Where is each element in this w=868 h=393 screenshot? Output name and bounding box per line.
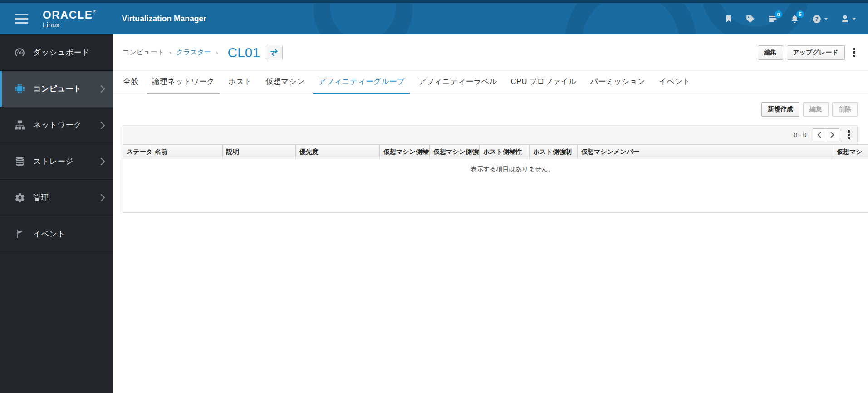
logo-oracle-text: ORACLE® (43, 10, 96, 20)
user-glyph (840, 14, 850, 24)
column-header-10[interactable]: 仮想マシ (833, 145, 868, 159)
column-header-4[interactable]: 優先度 (296, 145, 380, 159)
column-header-5[interactable]: 仮想マシン側極性 (380, 145, 430, 159)
chevron-down-icon (852, 18, 856, 20)
chevron-down-icon (824, 18, 828, 20)
column-header-7[interactable]: ホスト側極性 (480, 145, 530, 159)
switch-entity-button[interactable] (266, 45, 283, 60)
compute-icon (14, 83, 26, 94)
column-header-8[interactable]: ホスト側強制 (530, 145, 578, 159)
kebab-dot (848, 134, 850, 136)
help-glyph: ? (812, 14, 822, 24)
sidebar-item-events[interactable]: イベント (0, 216, 113, 252)
tags-icon[interactable] (745, 14, 755, 24)
tab-virtual-machines[interactable]: 仮想マシン (260, 76, 309, 94)
breadcrumb-links: コンピュート › クラスター › (123, 48, 223, 57)
sidebar-item-label: ストレージ (33, 156, 74, 167)
delete-affinity-group-button[interactable]: 削除 (832, 102, 858, 117)
swap-arrows-icon (270, 49, 279, 56)
table-header-row: ステータス名前説明優先度仮想マシン側極性仮想マシン側強制ホスト側極性ホスト側強制… (123, 145, 868, 159)
tab-cpu-profiles[interactable]: CPU プロファイル (506, 76, 582, 94)
tasks-icon[interactable]: 0 (768, 14, 778, 24)
chevron-left-icon (817, 132, 821, 138)
dashboard-icon (14, 47, 26, 58)
sidebar-item-storage[interactable]: ストレージ (0, 143, 113, 180)
network-icon (14, 119, 26, 131)
logo-registered-mark: ® (93, 10, 97, 14)
bookmark-icon[interactable] (724, 14, 733, 24)
edit-affinity-group-button[interactable]: 編集 (803, 102, 829, 117)
header-decoration-circle (565, 0, 696, 34)
hamburger-bar (15, 18, 28, 20)
top-navbar: ORACLE® Linux Virtualization Manager (0, 0, 868, 34)
breadcrumb-link-compute[interactable]: コンピュート (123, 48, 164, 57)
tags-glyph (745, 14, 755, 24)
empty-table-message: 表示する項目はありません。 (123, 159, 868, 213)
breadcrumb-separator: › (216, 49, 218, 56)
svg-text:?: ? (815, 16, 819, 22)
help-icon[interactable]: ? (812, 14, 828, 24)
edit-button[interactable]: 編集 (758, 45, 783, 60)
bookmark-glyph (724, 14, 733, 24)
next-page-button[interactable] (826, 128, 839, 141)
main-content: コンピュート › クラスター › CL01 編集 (113, 34, 868, 393)
breadcrumb-link-clusters[interactable]: クラスター (176, 48, 211, 57)
header-decoration-circle (313, 0, 413, 34)
tab-hosts[interactable]: ホスト (223, 76, 257, 94)
sidebar-item-dashboard[interactable]: ダッシュボード (0, 34, 113, 71)
tab-affinity-groups[interactable]: アフィニティーグループ (313, 76, 410, 94)
table-empty-row: 表示する項目はありません。 (123, 159, 868, 213)
grid-toolbar: 新規作成 編集 削除 (123, 102, 858, 117)
tab-affinity-labels[interactable]: アフィニティーラベル (413, 76, 502, 94)
bell-icon[interactable]: 5 (790, 14, 799, 24)
sidebar: ダッシュボード コンピュート ネットワーク ストレージ 管理 イベント (0, 34, 113, 393)
kebab-dot (853, 48, 856, 50)
kebab-dot (853, 55, 856, 57)
tab-events[interactable]: イベント (654, 76, 696, 94)
breadcrumb-item: クラスター › (176, 48, 223, 57)
olvm-app: ORACLE® Linux Virtualization Manager (0, 0, 868, 393)
oracle-linux-logo: ORACLE® Linux (43, 10, 96, 28)
pager (813, 128, 839, 141)
table-body: 表示する項目はありません。 (123, 159, 868, 213)
storage-icon (14, 156, 26, 167)
sidebar-item-administration[interactable]: 管理 (0, 180, 113, 216)
sidebar-item-compute[interactable]: コンピュート (0, 71, 113, 107)
table-header: ステータス名前説明優先度仮想マシン側極性仮想マシン側強制ホスト側極性ホスト側強制… (123, 145, 868, 159)
kebab-dot (848, 130, 850, 133)
more-actions-kebab-icon[interactable] (851, 46, 858, 59)
sidebar-item-label: コンピュート (33, 84, 82, 94)
chevron-right-icon (100, 157, 105, 166)
hamburger-bar (15, 14, 28, 15)
topbar-icon-group: 0 5 ? (724, 14, 856, 24)
affinity-groups-table-wrap: ステータス名前説明優先度仮想マシン側極性仮想マシン側強制ホスト側極性ホスト側強制… (123, 144, 868, 213)
column-header-1[interactable]: ステータス (123, 145, 151, 159)
sidebar-item-label: ネットワーク (33, 120, 82, 130)
prev-page-button[interactable] (813, 128, 826, 141)
kebab-dot (853, 51, 856, 54)
sidebar-item-label: イベント (33, 229, 66, 239)
sidebar-item-label: ダッシュボード (33, 47, 90, 58)
page-header: コンピュート › クラスター › CL01 編集 (113, 34, 868, 71)
tasks-badge: 0 (775, 10, 782, 18)
column-header-9[interactable]: 仮想マシンメンバー (578, 145, 833, 159)
grid-kebab-icon[interactable] (845, 128, 853, 141)
hamburger-bar (15, 22, 28, 24)
chevron-right-icon (100, 121, 105, 129)
tab-permissions[interactable]: パーミッション (585, 76, 650, 94)
logo-linux-text: Linux (43, 21, 96, 28)
upgrade-button[interactable]: アップグレード (787, 45, 845, 60)
page-title: CL01 (228, 45, 260, 60)
column-header-3[interactable]: 説明 (223, 145, 296, 159)
column-header-6[interactable]: 仮想マシン側強制 (430, 145, 480, 159)
menu-toggle-icon[interactable] (14, 9, 29, 29)
user-icon[interactable] (840, 14, 856, 24)
tab-general[interactable]: 全般 (118, 76, 143, 94)
new-affinity-group-button[interactable]: 新規作成 (761, 102, 799, 117)
breadcrumb-separator: › (169, 49, 172, 56)
pagination-range: 0 - 0 (794, 131, 806, 138)
column-header-2[interactable]: 名前 (151, 145, 223, 159)
sidebar-item-label: 管理 (33, 192, 49, 203)
tab-logical-networks[interactable]: 論理ネットワーク (147, 76, 220, 94)
sidebar-item-network[interactable]: ネットワーク (0, 107, 113, 143)
